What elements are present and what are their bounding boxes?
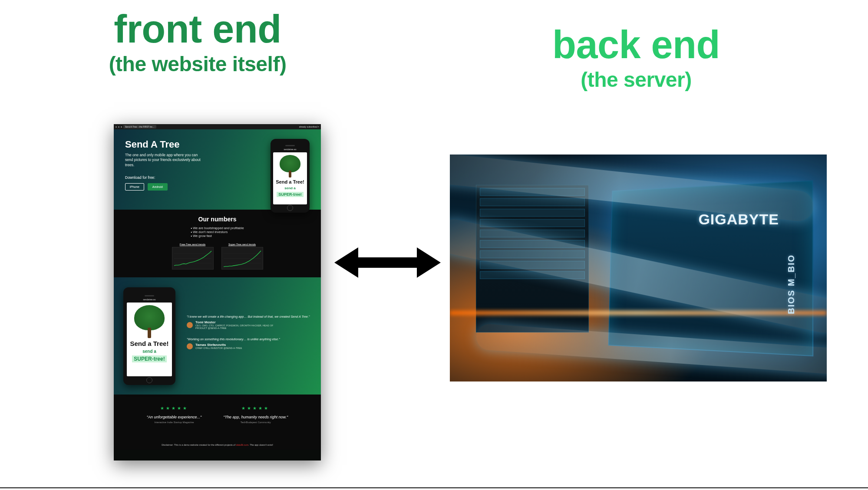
phone-speaker-icon [145,295,154,296]
quotes-phone-mock: sendatree.eu Send a Tree! send a SUPER-t… [123,287,175,385]
testimonial: "I knew we will create a life-changing a… [187,315,311,329]
phone-line1: Send a Tree! [276,179,304,184]
testimonial: "Working on something this revolutionary… [187,337,311,349]
download-android-button[interactable]: Android [148,183,168,191]
phone-line2: send a [142,349,156,354]
star-rating-icon: ★★★★★ [147,406,201,411]
numbers-bullet: We don't need investors [191,230,244,234]
numbers-bullet: We are bootstrapped and profitable [191,226,244,230]
chart-plot [221,247,263,270]
review: ★★★★★ "The app, humanity needs right now… [223,406,288,424]
traffic-light-icon [121,126,122,128]
testimonial-quote: "I knew we will create a life-changing a… [187,315,311,319]
star-rating-icon: ★★★★★ [223,406,288,411]
bios-label: BIOS M_BIO [786,254,796,314]
numbers-heading: Our numbers [114,216,321,223]
frontend-heading: front end (the website itself) [78,10,317,76]
phone-home-button-icon [287,205,293,211]
numbers-bullet: We grow fast [191,234,244,238]
hero-phone-mock: sendatree.eu Send a Tree! send a SUPER-t… [271,139,310,213]
phone-line3: SUPER-tree! [132,355,166,362]
phone-home-button-icon [146,377,152,383]
quotes-section: sendatree.eu Send a Tree! send a SUPER-t… [114,277,321,395]
chart-plot [172,247,214,270]
reviews-section: ★★★★★ "An unforgettable experience..." I… [114,395,321,441]
svg-marker-0 [334,247,441,278]
phone-url: sendatree.eu [273,148,307,151]
bidirectional-arrow-icon [334,245,441,280]
phone-line2: send a [284,186,295,190]
numbers-section: Our numbers We are bootstrapped and prof… [114,210,321,277]
testimonial-role: CHIEF CHILL INVESTOR @SEND-A-TREE [195,347,242,349]
browser-right-status: already subscribed × [299,125,319,128]
phone-url: sendatree.eu [127,298,172,301]
motherboard-brand-label: GIGABYTE [698,211,779,228]
browser-tab[interactable]: Send A Tree – the FIRST tre… [123,125,156,128]
review-text: "An unforgettable experience..." [147,415,201,419]
frontend-title: front end [78,10,317,49]
server-hardware-image: GIGABYTE BIOS M_BIO [449,154,827,382]
testimonial-quote: "Working on something this revolutionary… [187,337,311,341]
download-iphone-button[interactable]: iPhone [125,183,144,191]
frontend-website-mock: Send A Tree – the FIRST tre… already sub… [114,124,321,460]
traffic-light-icon [118,126,119,128]
phone-speaker-icon [285,145,295,146]
frontend-subtitle: (the website itself) [78,53,317,76]
numbers-bullets: We are bootstrapped and profitable We do… [191,226,244,238]
backend-title: back end [517,25,756,64]
hero-tagline: The one and only mobile app where you ca… [125,153,203,168]
testimonial-role: CEO, CMO, CTO, CARROT, POKEMON, GROWTH H… [195,324,274,329]
review-source: TechBudapest Community [223,421,288,424]
hero-section: Send A Tree The one and only mobile app … [114,129,321,210]
tree-icon [134,305,165,338]
hero-title: Send A Tree [125,139,263,150]
avatar-icon [187,343,193,349]
tree-icon [280,155,300,178]
backend-heading: back end (the server) [517,25,756,92]
review: ★★★★★ "An unforgettable experience..." I… [147,406,201,424]
slide-bottom-rule [0,487,868,488]
testimonial-name: Tomi Mester [195,320,274,324]
backend-subtitle: (the server) [517,69,756,92]
download-label: Download for free: [125,175,263,180]
review-text: "The app, humanity needs right now." [223,415,288,419]
phone-line1: Send a Tree! [130,340,168,347]
chart-title: Super-Tree send trends [221,243,263,246]
phone-line3: SUPER-tree! [277,192,304,197]
testimonial-name: Tamas Stefanovits [195,343,242,347]
disclaimer-link[interactable]: data36.com [236,444,248,446]
disclaimer-prefix: Disclaimer: This is a demo website creat… [162,444,236,446]
avatar-icon [187,322,193,328]
chart-free-tree: Free-Tree send trends [172,243,214,270]
traffic-light-icon [116,126,117,128]
chart-title: Free-Tree send trends [172,243,214,246]
disclaimer: Disclaimer: This is a demo website creat… [114,441,321,450]
browser-chrome: Send A Tree – the FIRST tre… already sub… [114,124,321,129]
chart-super-tree: Super-Tree send trends [221,243,263,270]
disclaimer-suffix: . The app doesn't exist! [248,444,273,446]
review-source: Interactive Indie Startup Magazine [147,421,201,424]
